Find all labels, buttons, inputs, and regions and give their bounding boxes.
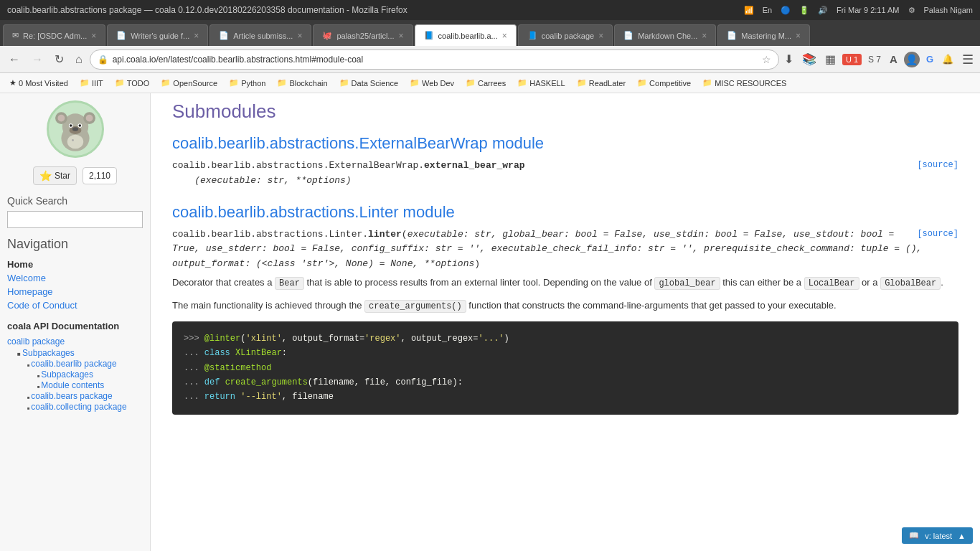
home-button[interactable]: ⌂ bbox=[71, 51, 87, 68]
tab-favicon: 📄 bbox=[623, 31, 633, 40]
star-button[interactable]: ⭐ Star bbox=[33, 166, 77, 185]
tab-close-icon[interactable]: × bbox=[702, 31, 707, 41]
menu-button[interactable]: ☰ bbox=[960, 50, 976, 70]
linter-heading: coalib.bearlib.abstractions.Linter modul… bbox=[172, 203, 958, 222]
bookmark-todo[interactable]: 📁 TODO bbox=[110, 77, 155, 89]
api-link-coalib-package[interactable]: coalib package bbox=[7, 336, 143, 347]
user-name: Palash Nigam bbox=[924, 6, 973, 14]
tab-label: coalib package bbox=[542, 32, 594, 40]
star-section: ⭐ Star 2,110 bbox=[7, 166, 143, 185]
bookmark-iiit[interactable]: 📁 IIIT bbox=[75, 77, 108, 89]
code-string1: 'xlint' bbox=[245, 334, 281, 344]
nav-item-code-of-conduct[interactable]: Code of Conduct bbox=[7, 298, 143, 312]
library-icon[interactable]: 📚 bbox=[800, 50, 819, 68]
back-button[interactable]: ← bbox=[4, 51, 24, 68]
tab-close-icon[interactable]: × bbox=[598, 31, 603, 41]
api-link-subpackages[interactable]: Subpackages bbox=[22, 347, 75, 359]
tab-mastering[interactable]: 📄 Mastering M... × bbox=[717, 24, 810, 46]
svg-point-4 bbox=[57, 115, 65, 122]
tab-markdown[interactable]: 📄 Markdown Che... × bbox=[614, 24, 716, 46]
bookmark-haskell[interactable]: 📁 HASKELL bbox=[512, 77, 570, 89]
source-link-linter[interactable]: [source] bbox=[917, 227, 958, 241]
tab-writers-guide[interactable]: 📄 Writer's guide f... × bbox=[107, 24, 208, 46]
folder-icon: 📁 bbox=[466, 78, 476, 88]
notification-icon[interactable]: 🔔 bbox=[940, 52, 956, 67]
extensions-icon[interactable]: U 1 bbox=[842, 54, 862, 65]
local-bear-inline-code: LocalBear bbox=[804, 277, 859, 290]
tab-favicon: 📄 bbox=[116, 31, 126, 40]
bookmark-misc[interactable]: 📁 MISC RESOURCES bbox=[697, 77, 791, 89]
tab-coalib-bearlib[interactable]: 📘 coalib.bearlib.a... × bbox=[415, 24, 517, 46]
bookmark-label: Blockchain bbox=[289, 79, 327, 88]
folder-icon: 📁 bbox=[277, 78, 287, 88]
tab-article-submit[interactable]: 📄 Article submiss... × bbox=[209, 24, 311, 46]
tab-label: Writer's guide f... bbox=[131, 32, 189, 40]
code-comma1: , output_format= bbox=[282, 334, 364, 344]
bookmark-star-icon[interactable]: ☆ bbox=[762, 54, 771, 65]
api-link-subpackages2[interactable]: Subpackages bbox=[41, 369, 93, 380]
tab-close-icon[interactable]: × bbox=[796, 31, 801, 41]
bookmark-competitive[interactable]: 📁 Competitive bbox=[632, 77, 696, 89]
bookmark-most-visited[interactable]: ★ 0 Most Visited bbox=[4, 77, 73, 89]
api-section: coala API Documentation coalib package S… bbox=[7, 321, 143, 412]
bookmark-carrees[interactable]: 📁 Carrees bbox=[461, 77, 511, 89]
tab-close-icon[interactable]: × bbox=[194, 31, 199, 41]
title-bar-text: coalib.bearlib.abstractions package — co… bbox=[7, 5, 407, 15]
url-input[interactable] bbox=[113, 55, 758, 65]
api-link-collecting[interactable]: coalib.collecting package bbox=[31, 401, 126, 413]
code-classname: XLintBear bbox=[235, 348, 282, 358]
source-link-ext[interactable]: [source] bbox=[917, 159, 958, 172]
bookmark-python[interactable]: 📁 Python bbox=[224, 77, 270, 89]
addon-icon2[interactable]: S 7 bbox=[866, 52, 883, 67]
linter-desc-main: The main functionality is achieved throu… bbox=[172, 298, 958, 314]
api-link-module-contents[interactable]: Module contents bbox=[41, 380, 104, 391]
bookmark-opensource[interactable]: 📁 OpenSource bbox=[156, 77, 222, 89]
tab-favicon: 📄 bbox=[219, 31, 229, 40]
font-icon[interactable]: A bbox=[887, 51, 900, 67]
quick-search-label: Quick Search bbox=[7, 195, 143, 207]
tab-close-icon[interactable]: × bbox=[502, 31, 507, 41]
bookmark-label: Web Dev bbox=[422, 79, 454, 88]
tab-favicon: 📘 bbox=[527, 31, 537, 40]
bookmark-webdev[interactable]: 📁 Web Dev bbox=[405, 77, 459, 89]
submodules-heading: Submodules bbox=[172, 100, 958, 123]
tab-coalib-package[interactable]: 📘 coalib package × bbox=[518, 24, 613, 46]
google-icon[interactable]: G bbox=[924, 52, 936, 67]
folder-icon: 📁 bbox=[80, 78, 90, 88]
tab-close-icon[interactable]: × bbox=[297, 31, 302, 41]
rtd-book-icon: 📖 bbox=[909, 531, 919, 540]
nav-item-welcome[interactable]: Welcome bbox=[7, 271, 143, 285]
tab-close-icon[interactable]: × bbox=[399, 31, 404, 41]
code-dots4: ... bbox=[184, 392, 204, 402]
api-subpackages-sub: Subpackages bbox=[7, 369, 143, 380]
rtd-badge[interactable]: 📖 v: latest ▲ bbox=[902, 527, 973, 544]
sidebar-toggle-icon[interactable]: ▦ bbox=[823, 50, 838, 68]
title-bar-controls: 📶 En 🔵 🔋 🔊 Fri Mar 9 2:11 AM ⚙ Palash Ni… bbox=[744, 6, 973, 15]
bookmark-blockchain[interactable]: 📁 Blockchain bbox=[272, 77, 332, 89]
keyboard-icon: En bbox=[763, 6, 772, 14]
api-link-bearlib[interactable]: coalib.bearlib package bbox=[31, 358, 116, 369]
sig-module-ext: coalib.bearlib.abstractions.ExternalBear… bbox=[172, 160, 525, 171]
global-bear-inline-code: global_bear bbox=[654, 277, 720, 290]
folder-icon: 📁 bbox=[115, 78, 125, 88]
api-subpackages-item: Subpackages bbox=[7, 347, 143, 358]
api-link-bears[interactable]: coalib.bears package bbox=[31, 390, 112, 402]
bookmark-readlater[interactable]: 📁 ReadLater bbox=[572, 77, 631, 89]
address-bar[interactable]: 🔒 ☆ bbox=[90, 50, 779, 70]
code-keyword-class: class bbox=[204, 348, 235, 358]
tab-palash-article[interactable]: 🐙 palash25/articl... × bbox=[313, 24, 413, 46]
nav-item-homepage[interactable]: Homepage bbox=[7, 285, 143, 298]
quick-search-input[interactable] bbox=[7, 211, 143, 228]
title-bar: coalib.bearlib.abstractions package — co… bbox=[0, 0, 980, 20]
forward-button[interactable]: → bbox=[27, 51, 47, 68]
star-count: 2,110 bbox=[83, 167, 117, 184]
tab-mail[interactable]: ✉ Re: [OSDC Adm... × bbox=[3, 24, 105, 46]
quick-search-section: Quick Search bbox=[7, 195, 143, 237]
reload-button[interactable]: ↻ bbox=[50, 51, 68, 68]
tab-close-icon[interactable]: × bbox=[91, 31, 96, 41]
download-icon[interactable]: ⬇ bbox=[782, 50, 796, 68]
global-bear-inline-code2: GlobalBear bbox=[880, 277, 941, 290]
bookmark-label: ReadLater bbox=[589, 79, 626, 88]
api-bearlib-item: coalib.bearlib package bbox=[7, 358, 143, 369]
bookmark-datascience[interactable]: 📁 Data Science bbox=[334, 77, 403, 89]
